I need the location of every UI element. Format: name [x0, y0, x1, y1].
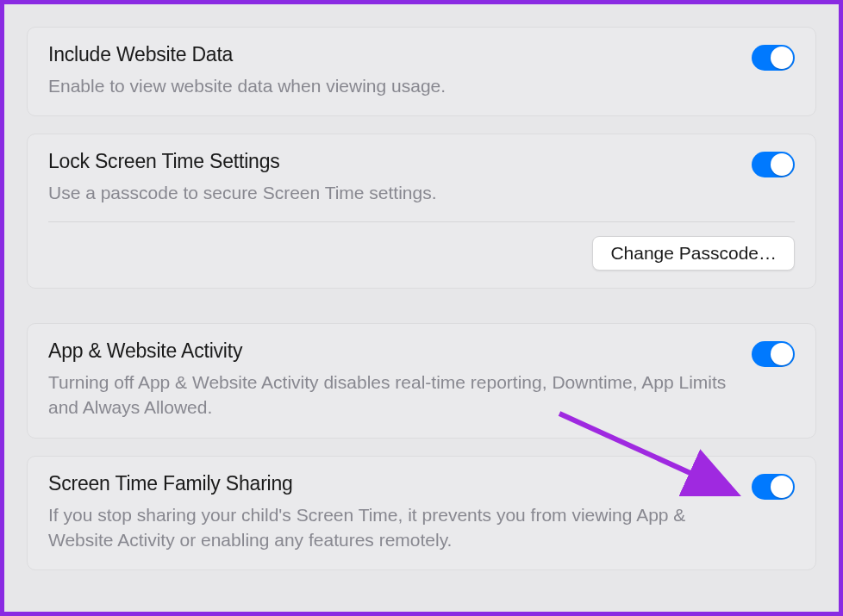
toggle-family-sharing[interactable]	[752, 474, 795, 500]
setting-title: App & Website Activity	[48, 339, 734, 363]
setting-text: Include Website Data Enable to view webs…	[48, 43, 752, 98]
setting-row: Screen Time Family Sharing If you stop s…	[48, 472, 795, 553]
setting-card-family-sharing: Screen Time Family Sharing If you stop s…	[27, 456, 816, 571]
setting-row: Include Website Data Enable to view webs…	[48, 43, 795, 98]
setting-text: Lock Screen Time Settings Use a passcode…	[48, 150, 752, 205]
divider	[48, 221, 795, 222]
setting-title: Lock Screen Time Settings	[48, 150, 734, 173]
toggle-include-website-data[interactable]	[752, 45, 795, 71]
setting-row: Lock Screen Time Settings Use a passcode…	[48, 150, 795, 205]
toggle-knob	[771, 153, 793, 176]
toggle-knob	[771, 343, 793, 365]
setting-description: Turning off App & Website Activity disab…	[48, 370, 734, 420]
setting-row: App & Website Activity Turning off App &…	[48, 339, 795, 420]
setting-description: Enable to view website data when viewing…	[48, 73, 734, 98]
setting-card-lock-screen-time: Lock Screen Time Settings Use a passcode…	[27, 134, 816, 288]
setting-card-app-website-activity: App & Website Activity Turning off App &…	[27, 323, 816, 439]
setting-description: Use a passcode to secure Screen Time set…	[48, 180, 734, 205]
change-passcode-button[interactable]: Change Passcode…	[592, 236, 795, 271]
setting-title: Include Website Data	[48, 43, 734, 66]
setting-title: Screen Time Family Sharing	[48, 472, 734, 495]
setting-card-include-website-data: Include Website Data Enable to view webs…	[27, 27, 816, 116]
setting-description: If you stop sharing your child's Screen …	[48, 502, 734, 553]
setting-text: App & Website Activity Turning off App &…	[48, 339, 752, 420]
toggle-app-website-activity[interactable]	[752, 341, 795, 367]
toggle-lock-screen-time[interactable]	[752, 152, 795, 177]
toggle-knob	[771, 476, 793, 498]
button-row: Change Passcode…	[48, 236, 795, 271]
setting-text: Screen Time Family Sharing If you stop s…	[48, 472, 752, 553]
toggle-knob	[771, 47, 793, 69]
